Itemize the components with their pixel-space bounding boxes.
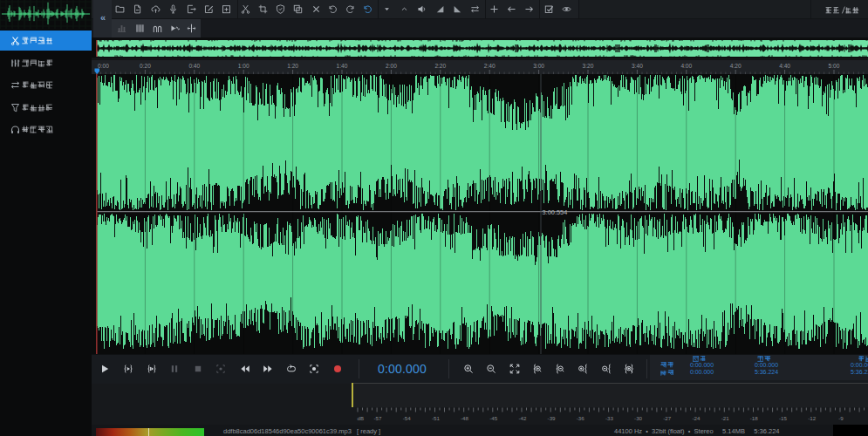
svg-text:1:40: 1:40 — [337, 63, 348, 69]
svg-text:-36: -36 — [577, 415, 585, 421]
svg-text:4:40: 4:40 — [779, 63, 790, 69]
svg-text:3:00: 3:00 — [533, 63, 544, 69]
svg-text:2:20: 2:20 — [434, 63, 446, 69]
svg-text:-21: -21 — [721, 415, 730, 421]
svg-text:-12: -12 — [808, 415, 817, 421]
svg-text:-39: -39 — [548, 415, 557, 421]
svg-text:0:20: 0:20 — [140, 63, 151, 69]
svg-text:-30: -30 — [634, 415, 643, 421]
svg-text:-15: -15 — [779, 415, 788, 421]
svg-text:1:00: 1:00 — [238, 63, 249, 69]
svg-text:3:40: 3:40 — [632, 63, 643, 69]
svg-text:-48: -48 — [461, 415, 469, 421]
svg-text:-24: -24 — [693, 415, 701, 421]
svg-text:-33: -33 — [605, 415, 614, 421]
svg-text:-51: -51 — [432, 415, 441, 421]
svg-text:3:20: 3:20 — [583, 63, 594, 69]
svg-text:2:40: 2:40 — [484, 63, 496, 69]
svg-text:-9: -9 — [838, 415, 844, 421]
svg-text:-18: -18 — [750, 415, 759, 421]
svg-text:-45: -45 — [489, 415, 498, 421]
svg-text:5:00: 5:00 — [829, 63, 840, 69]
svg-text:-54: -54 — [403, 415, 412, 421]
svg-text:4:20: 4:20 — [730, 63, 742, 69]
svg-text:3:00.554: 3:00.554 — [543, 208, 568, 216]
svg-text:1:20: 1:20 — [287, 63, 298, 69]
svg-text:4:00: 4:00 — [680, 63, 692, 69]
svg-text:2:00: 2:00 — [386, 63, 397, 69]
svg-text:-27: -27 — [663, 415, 672, 421]
svg-text:dB: dB — [358, 415, 365, 421]
svg-text:-42: -42 — [518, 415, 527, 421]
svg-text:0:40: 0:40 — [188, 63, 200, 69]
svg-text:-57: -57 — [374, 415, 383, 421]
